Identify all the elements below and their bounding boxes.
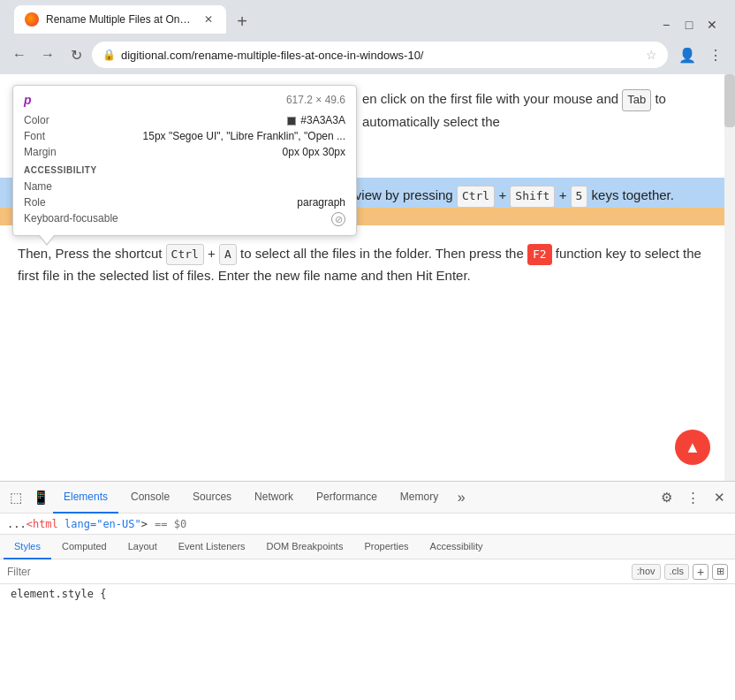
page-para-1: en click on the first file with your mou… [362, 88, 707, 133]
tooltip-role-value: paragraph [297, 196, 345, 209]
minimize-button[interactable]: − [657, 16, 675, 34]
bookmark-icon[interactable]: ☆ [646, 48, 657, 62]
styles-filter-input[interactable] [7, 566, 626, 578]
forward-button[interactable]: → [35, 42, 60, 67]
back-button[interactable]: ← [7, 42, 32, 67]
devtools-tab-memory[interactable]: Memory [390, 482, 449, 514]
devtools-subtab-computed[interactable]: Computed [51, 535, 117, 559]
devtools-tab-network[interactable]: Network [244, 482, 304, 514]
tooltip-role-label: Role [24, 196, 46, 209]
devtools-subtab-event-listeners[interactable]: Event Listeners [168, 535, 256, 559]
devtools-subtab-layout[interactable]: Layout [117, 535, 168, 559]
tooltip-name-label: Name [24, 180, 52, 193]
devtools-tab-console[interactable]: Console [120, 482, 180, 514]
breadcrumb-comment: == $0 [155, 518, 186, 530]
tooltip-accessibility-header: ACCESSIBILITY [24, 165, 345, 175]
devtools-panel: ⬚ 📱 Elements Console Sources Network Per… [0, 481, 735, 631]
devtools-subtab-styles[interactable]: Styles [4, 535, 51, 559]
maximize-button[interactable]: □ [680, 16, 698, 34]
menu-button[interactable]: ⋮ [703, 42, 728, 67]
devtools-tab-elements[interactable]: Elements [53, 482, 118, 514]
breadcrumb-close: > [141, 518, 148, 530]
tab-bar: Rename Multiple Files at Once in ✕ + − □… [7, 2, 728, 34]
page-content: p 617.2 × 49.6 Color #3A3A3A Font 15px "… [0, 74, 735, 481]
tooltip-keyboard-value: ⊘ [331, 212, 345, 226]
tooltip-font-label: Font [24, 130, 45, 142]
f2-key: F2 [527, 244, 552, 266]
devtools-settings-area: ⚙ ⋮ ✕ [654, 485, 731, 510]
code-line: element.style { [11, 588, 106, 600]
address-input[interactable]: 🔒 digitional.com/rename-multiple-files-a… [92, 42, 668, 68]
filter-badges: :hov .cls + ⊞ [632, 564, 728, 580]
address-bar: ← → ↻ 🔒 digitional.com/rename-multiple-f… [0, 35, 735, 74]
title-bar: Rename Multiple Files at Once in ✕ + − □… [0, 0, 735, 35]
breadcrumb-tag: <html [27, 518, 58, 530]
element-tooltip: p 617.2 × 49.6 Color #3A3A3A Font 15px "… [12, 85, 357, 236]
ctrl-key-1: Ctrl [457, 186, 495, 208]
devtools-toolbar: ⬚ 📱 Elements Console Sources Network Per… [0, 482, 735, 514]
devtools-tabs: Elements Console Sources Network Perform… [53, 482, 654, 514]
tooltip-header: p 617.2 × 49.6 [24, 93, 345, 107]
tooltip-name-row: Name [24, 179, 345, 194]
devtools-inspector-button[interactable]: ⬚ [4, 485, 28, 510]
tab-title: Rename Multiple Files at Once in [46, 13, 194, 26]
devtools-subtab-accessibility[interactable]: Accessibility [420, 535, 494, 559]
cls-filter-badge[interactable]: .cls [664, 564, 690, 580]
page-inner-2: Then, Press the shortcut Ctrl + A to sel… [0, 236, 735, 287]
five-key: 5 [571, 186, 588, 208]
devtools-more-tabs-button[interactable]: » [451, 487, 472, 508]
tooltip-arrow [40, 235, 54, 244]
color-swatch [287, 117, 296, 126]
profile-button[interactable]: 👤 [675, 42, 700, 67]
tooltip-dimensions: 617.2 × 49.6 [286, 94, 345, 106]
tooltip-keyboard-label: Keyboard-focusable [24, 212, 118, 226]
devtools-tab-sources[interactable]: Sources [182, 482, 242, 514]
shift-key: Shift [510, 186, 555, 208]
devtools-close-button[interactable]: ✕ [707, 485, 731, 510]
devtools-subtab-dom-breakpoints[interactable]: DOM Breakpoints [256, 535, 354, 559]
tooltip-tag: p [24, 93, 32, 107]
tooltip-font-value: 15px "Segoe UI", "Libre Franklin", "Open… [143, 130, 345, 142]
devtools-subtabs: Styles Computed Layout Event Listeners D… [0, 535, 735, 559]
tab-key: Tab [622, 89, 651, 111]
lock-icon: 🔒 [102, 49, 116, 61]
tab-close-button[interactable]: ✕ [201, 12, 216, 27]
devtools-filter-bar: :hov .cls + ⊞ [0, 559, 735, 584]
browser-chrome: Rename Multiple Files at Once in ✕ + − □… [0, 0, 735, 74]
layout-toggle-button[interactable]: ⊞ [712, 564, 728, 580]
tooltip-color-label: Color [24, 114, 49, 126]
a-key: A [219, 244, 237, 266]
page-para-2: Then, Press the shortcut Ctrl + A to sel… [18, 243, 707, 287]
tooltip-color-row: Color #3A3A3A [24, 112, 345, 128]
breadcrumb-attr: lang="en-US" [58, 518, 141, 530]
ctrl-key-2: Ctrl [166, 244, 204, 266]
browser-tab[interactable]: Rename Multiple Files at Once in ✕ [14, 5, 226, 34]
browser-toolbar-icons: 👤 ⋮ [675, 42, 728, 67]
devtools-subtab-properties[interactable]: Properties [353, 535, 419, 559]
page-text-top: en click on the first file with your mou… [362, 81, 707, 133]
window-controls: − □ ✕ [657, 16, 721, 34]
tooltip-keyboard-row: Keyboard-focusable ⊘ [24, 210, 345, 228]
tooltip-margin-label: Margin [24, 146, 57, 158]
tooltip-role-row: Role paragraph [24, 194, 345, 210]
no-focusable-icon: ⊘ [331, 212, 345, 226]
tooltip-font-row: Font 15px "Segoe UI", "Libre Franklin", … [24, 128, 345, 144]
tooltip-margin-value: 0px 0px 30px [283, 146, 345, 158]
tooltip-margin-row: Margin 0px 0px 30px [24, 144, 345, 160]
tooltip-color-value: #3A3A3A [287, 114, 345, 126]
address-text: digitional.com/rename-multiple-files-at-… [121, 49, 640, 62]
page-text-2: Then, Press the shortcut Ctrl + A to sel… [18, 236, 707, 287]
devtools-more-options-button[interactable]: ⋮ [680, 485, 705, 510]
new-tab-button[interactable]: + [230, 9, 254, 34]
devtools-device-button[interactable]: 📱 [28, 485, 53, 510]
devtools-tab-performance[interactable]: Performance [306, 482, 388, 514]
scroll-to-top-button[interactable]: ▲ [675, 430, 710, 465]
hov-filter-badge[interactable]: :hov [632, 564, 661, 580]
tab-favicon [25, 12, 39, 27]
devtools-settings-button[interactable]: ⚙ [654, 485, 678, 510]
devtools-breadcrumb: ... <html lang="en-US" > == $0 [0, 514, 735, 535]
close-button[interactable]: ✕ [703, 16, 721, 34]
reload-button[interactable]: ↻ [64, 42, 88, 67]
add-style-button[interactable]: + [693, 564, 708, 580]
breadcrumb-prefix: ... [7, 518, 27, 530]
